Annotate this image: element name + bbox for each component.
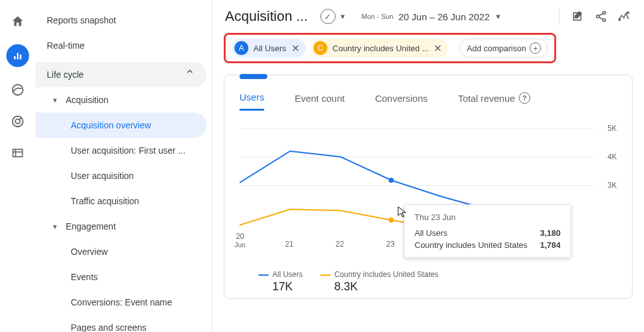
svg-rect-3 xyxy=(13,149,22,157)
tooltip-date: Thu 23 Jun xyxy=(415,212,561,222)
x-tick-main: 20 xyxy=(236,232,244,241)
tooltip-label: Country includes United States xyxy=(415,240,527,250)
advertising-icon[interactable] xyxy=(9,113,27,130)
date-prefix: Mon - Sun xyxy=(361,13,394,20)
status-dropdown-caret[interactable]: ▼ xyxy=(339,13,346,20)
sidebar-item-user-acquisition[interactable]: User acquisition xyxy=(35,163,207,188)
date-range-picker[interactable]: Mon - Sun 20 Jun – 26 Jun 2022 ▼ xyxy=(361,11,502,22)
chip-label: Country includes United ... xyxy=(332,44,428,53)
svg-line-11 xyxy=(599,17,604,20)
chart-legend: All Users 17K Country includes United St… xyxy=(240,270,617,293)
sidebar-item-pages-screens[interactable]: Pages and screens xyxy=(35,315,207,332)
legend-swatch xyxy=(320,274,331,276)
legend-label: All Users xyxy=(272,270,303,279)
legend-swatch xyxy=(258,274,269,276)
page-title: Acquisition ... xyxy=(225,8,308,25)
icon-rail xyxy=(0,0,35,332)
sidebar-item-label: Acquisition overview xyxy=(71,120,151,130)
help-icon[interactable]: ? xyxy=(519,92,530,104)
sidebar-section-lifecycle[interactable]: Life cycle ⌃ xyxy=(35,62,207,87)
status-check-icon[interactable]: ✓ xyxy=(320,9,336,24)
sidebar-item-label: Pages and screens xyxy=(71,323,147,332)
x-tick: 20 Jun xyxy=(234,232,246,249)
home-icon[interactable] xyxy=(9,13,27,30)
main: Acquisition ... ✓ ▼ Mon - Sun 20 Jun – 2… xyxy=(212,0,644,332)
header: Acquisition ... ✓ ▼ Mon - Sun 20 Jun – 2… xyxy=(212,0,644,33)
sidebar-group-acquisition[interactable]: ▼ Acquisition xyxy=(35,87,207,113)
sidebar-item-events[interactable]: Events xyxy=(35,264,207,290)
edit-icon[interactable] xyxy=(571,9,586,24)
tab-label: Conversions xyxy=(375,93,427,104)
svg-point-15 xyxy=(389,218,394,223)
close-icon[interactable]: ✕ xyxy=(291,42,300,54)
tab-total-revenue[interactable]: Total revenue ? xyxy=(458,85,530,111)
sidebar-item-label: Overview xyxy=(71,247,107,257)
insights-icon[interactable] xyxy=(616,9,631,24)
svg-point-14 xyxy=(389,178,394,183)
tab-conversions[interactable]: Conversions xyxy=(375,85,427,111)
tooltip-row: All Users 3,180 xyxy=(415,228,561,238)
comparison-filters: A All Users ✕ C Country includes United … xyxy=(224,33,556,63)
sidebar-item-realtime[interactable]: Real-time xyxy=(35,33,207,58)
share-icon[interactable] xyxy=(593,9,609,24)
sidebar-item-reports-snapshot[interactable]: Reports snapshot xyxy=(35,8,207,33)
svg-point-12 xyxy=(627,12,629,14)
svg-point-13 xyxy=(619,19,621,21)
configure-icon[interactable] xyxy=(9,144,27,162)
svg-line-10 xyxy=(599,13,604,16)
sidebar-item-label: Acquisition xyxy=(66,95,109,105)
explore-icon[interactable] xyxy=(9,81,27,99)
legend-item-country: Country includes United States 8.3K xyxy=(320,270,439,293)
chip-badge-a: A xyxy=(234,41,248,55)
sidebar-item-traffic-acquisition[interactable]: Traffic acquisition xyxy=(35,188,207,214)
chart-area[interactable]: 5K 4K 3K 20 Jun 21 22 23 Thu 23 Jun All xyxy=(240,122,617,267)
plus-icon: + xyxy=(530,42,541,54)
sidebar-item-label: Conversions: Event name xyxy=(71,297,172,307)
tab-users[interactable]: Users xyxy=(240,85,264,111)
sidebar-item-label: User acquisition: First user ... xyxy=(71,145,185,156)
tooltip-value: 3,180 xyxy=(540,228,561,238)
legend-label: Country includes United States xyxy=(334,270,439,279)
y-tick: 3K xyxy=(607,181,617,190)
y-tick: 4K xyxy=(607,152,617,161)
chart-tooltip: Thu 23 Jun All Users 3,180 Country inclu… xyxy=(404,204,571,258)
caret-down-icon: ▼ xyxy=(52,97,58,104)
caret-down-icon: ▼ xyxy=(52,223,58,230)
sidebar-item-label: Reports snapshot xyxy=(47,15,116,25)
tab-label: Total revenue xyxy=(458,93,515,104)
sidebar-group-engagement[interactable]: ▼ Engagement xyxy=(35,214,207,239)
tab-label: Users xyxy=(240,92,264,102)
active-indicator xyxy=(240,74,267,79)
chip-badge-c: C xyxy=(313,41,327,55)
x-tick-sub: Jun xyxy=(234,241,246,249)
sidebar-item-acquisition-overview[interactable]: Acquisition overview xyxy=(35,113,207,138)
tab-event-count[interactable]: Event count xyxy=(295,85,344,111)
tooltip-row: Country includes United States 1,784 xyxy=(415,240,561,250)
add-comparison-label: Add comparison xyxy=(466,44,526,53)
sidebar-item-overview[interactable]: Overview xyxy=(35,239,207,264)
metric-tabs: Users Event count Conversions Total reve… xyxy=(240,85,617,111)
legend-total: 8.3K xyxy=(320,280,439,293)
sidebar: Reports snapshot Real-time Life cycle ⌃ … xyxy=(35,0,212,332)
caret-down-icon: ▼ xyxy=(495,13,502,20)
tab-label: Event count xyxy=(295,93,344,104)
sidebar-item-label: Engagement xyxy=(66,221,116,231)
x-tick: 22 xyxy=(336,240,344,249)
sidebar-item-label: Life cycle xyxy=(47,70,83,80)
sidebar-item-label: User acquisition xyxy=(71,171,134,181)
reports-icon[interactable] xyxy=(6,44,29,67)
filter-chip-country[interactable]: C Country includes United ... ✕ xyxy=(311,39,448,58)
tooltip-value: 1,784 xyxy=(540,240,561,250)
chart-card: Users Event count Conversions Total reve… xyxy=(224,75,633,299)
x-tick: 23 xyxy=(386,240,394,249)
sidebar-item-user-acquisition-first[interactable]: User acquisition: First user ... xyxy=(35,138,207,163)
chip-label: All Users xyxy=(253,44,286,53)
add-comparison-button[interactable]: Add comparison + xyxy=(459,39,548,58)
legend-total: 17K xyxy=(258,280,303,293)
close-icon[interactable]: ✕ xyxy=(434,42,442,54)
sidebar-item-label: Traffic acquisition xyxy=(71,196,139,206)
y-tick: 5K xyxy=(607,124,617,133)
chevron-up-icon: ⌃ xyxy=(185,67,195,82)
filter-chip-all-users[interactable]: A All Users ✕ xyxy=(232,39,306,58)
sidebar-item-conversions[interactable]: Conversions: Event name xyxy=(35,290,207,315)
